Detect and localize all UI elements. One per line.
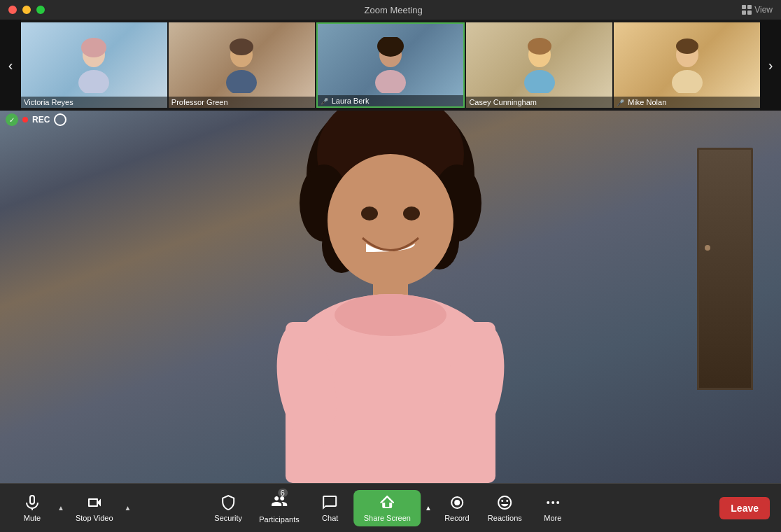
leave-button[interactable]: Leave	[719, 497, 770, 519]
participant-count-badge: 6	[278, 489, 288, 497]
participant-avatar-victoria	[73, 37, 115, 93]
close-button[interactable]	[8, 6, 17, 14]
thumbnail-bg-casey	[466, 22, 612, 108]
thumbnails-list: Victoria Reyes Professor Green	[21, 20, 760, 111]
window-title: Zoom Meeting	[365, 5, 423, 15]
svg-rect-3	[747, 10, 752, 15]
participants-button[interactable]: 6 Participants	[252, 489, 306, 528]
chat-label: Chat	[322, 514, 338, 522]
svg-point-9	[226, 70, 257, 93]
thumbnail-bg-victoria	[21, 22, 167, 108]
svg-point-38	[556, 501, 559, 504]
reactions-icon	[496, 494, 513, 511]
view-button[interactable]: View	[742, 5, 773, 15]
view-label: View	[754, 5, 773, 15]
shield-check-icon: ✓	[6, 113, 18, 126]
door-element	[697, 148, 753, 390]
svg-point-18	[672, 70, 703, 93]
toolbar-right: Leave	[719, 497, 770, 519]
record-button[interactable]: Record	[436, 490, 478, 526]
share-screen-icon	[379, 494, 395, 511]
thumbnail-victoria[interactable]: Victoria Reyes	[21, 22, 167, 108]
participant-avatar-mike	[666, 37, 708, 93]
participants-label: Participants	[259, 515, 299, 524]
svg-point-12	[375, 70, 406, 93]
reactions-button[interactable]: Reactions	[481, 490, 529, 526]
mute-button[interactable]: Mute	[11, 490, 53, 526]
participant-name-laura: Laura Berk	[332, 97, 370, 105]
svg-point-17	[676, 38, 698, 54]
toolbar-left: Mute ▲ Stop Video ▲	[11, 490, 132, 526]
participant-avatar-laura	[370, 37, 411, 93]
next-nav-button[interactable]: ›	[760, 20, 781, 111]
security-shield-icon	[220, 494, 237, 511]
traffic-lights	[8, 6, 45, 14]
toolbar-center: Security 6 Participants Chat Share Sc	[207, 489, 574, 528]
main-video-area	[0, 111, 781, 483]
prev-nav-button[interactable]: ‹	[0, 20, 21, 111]
thumbnail-professor[interactable]: Professor Green	[169, 22, 315, 108]
thumbnail-bg-laura	[318, 24, 464, 106]
share-screen-label: Share Screen	[364, 514, 411, 522]
record-label: Record	[444, 514, 469, 522]
thumbnails-strip: ‹ Victoria Reyes	[0, 20, 781, 111]
video-camera-icon	[86, 494, 103, 511]
reactions-label: Reactions	[488, 514, 522, 522]
thumbnail-laura[interactable]: 🎤 Laura Berk	[316, 22, 465, 108]
thumbnail-label-victoria: Victoria Reyes	[21, 97, 167, 108]
more-button[interactable]: More	[532, 490, 574, 526]
security-label: Security	[214, 514, 242, 522]
participant-avatar-casey	[519, 37, 561, 93]
stop-video-button[interactable]: Stop Video	[69, 490, 120, 526]
chat-button[interactable]: Chat	[309, 490, 351, 526]
maximize-button[interactable]	[36, 6, 45, 14]
more-label: More	[544, 514, 561, 522]
thumbnail-label-laura: 🎤 Laura Berk	[318, 95, 464, 106]
share-screen-arrow[interactable]: ▲	[423, 504, 433, 512]
stop-video-label: Stop Video	[76, 514, 113, 522]
thumbnail-label-professor: Professor Green	[169, 97, 315, 108]
thumbnail-label-mike: 🎤 Mike Nolan	[614, 97, 760, 108]
rec-label: REC	[32, 115, 50, 125]
thumbnail-bg-professor	[169, 22, 315, 108]
svg-point-6	[78, 70, 109, 93]
participant-name-mike: Mike Nolan	[628, 98, 666, 106]
toolbar: Mute ▲ Stop Video ▲ Security 6	[0, 483, 781, 532]
share-screen-button[interactable]: Share Screen	[354, 490, 421, 526]
mic-muted-icon-laura: 🎤	[321, 98, 328, 105]
thumbnail-bg-mike	[614, 22, 760, 108]
minimize-button[interactable]	[22, 6, 31, 14]
participant-name-casey: Casey Cunningham	[469, 98, 537, 106]
svg-point-27	[403, 206, 420, 220]
svg-rect-0	[742, 5, 746, 9]
grid-icon	[742, 5, 752, 15]
svg-point-14	[528, 38, 551, 55]
participant-svg	[216, 111, 565, 483]
rec-indicator-dot	[22, 117, 28, 122]
thumbnail-label-casey: Casey Cunningham	[466, 97, 612, 108]
participant-name-professor: Professor Green	[171, 98, 228, 106]
record-icon	[449, 494, 465, 511]
mic-muted-icon-mike: 🎤	[617, 99, 624, 106]
svg-point-26	[361, 206, 378, 220]
svg-point-35	[454, 500, 460, 505]
participants-icon-wrapper: 6	[271, 493, 288, 512]
svg-rect-2	[742, 10, 746, 15]
svg-point-31	[335, 294, 446, 336]
rec-circle-icon	[54, 113, 66, 126]
svg-point-37	[551, 501, 554, 504]
svg-point-8	[230, 38, 253, 55]
participant-avatar-professor	[220, 37, 262, 93]
mute-arrow[interactable]: ▲	[56, 504, 66, 512]
security-button[interactable]: Security	[207, 490, 249, 526]
stop-video-arrow[interactable]: ▲	[123, 504, 133, 512]
more-icon	[544, 494, 561, 511]
svg-point-25	[328, 154, 453, 287]
title-bar: Zoom Meeting View	[0, 0, 781, 20]
svg-point-15	[524, 70, 555, 93]
chat-icon	[322, 494, 339, 511]
thumbnail-mike[interactable]: 🎤 Mike Nolan	[614, 22, 760, 108]
recording-badge-area: ✓ REC	[6, 113, 66, 126]
thumbnail-casey[interactable]: Casey Cunningham	[466, 22, 612, 108]
mute-label: Mute	[24, 514, 41, 522]
